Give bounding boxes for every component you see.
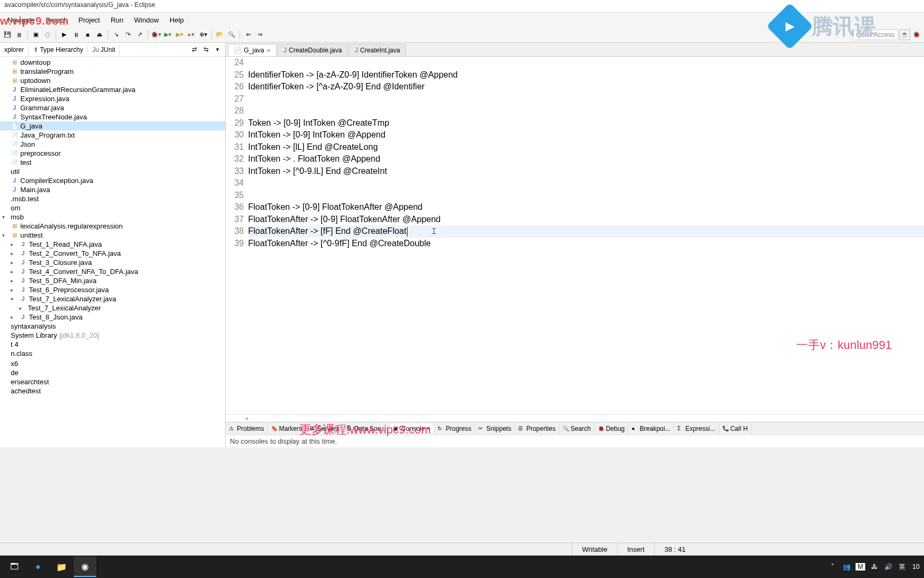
tree-item[interactable]: ▸Test_4_Convert_NFA_To_DFA.java: [0, 267, 225, 276]
view-tab-markers[interactable]: 🔖Markers: [268, 423, 306, 434]
tree-item[interactable]: preprocessor: [0, 149, 225, 158]
view-tab-snippets[interactable]: ✂Snippets: [475, 423, 515, 434]
code-line[interactable]: Token -> [0-9] IntToken @CreateTmp: [248, 117, 924, 130]
tree-item[interactable]: syntaxanalysis: [0, 322, 225, 331]
run-last-icon[interactable]: ▶▾: [174, 29, 185, 40]
taskbar-eclipse[interactable]: ◉: [74, 557, 96, 577]
close-icon[interactable]: ✕: [426, 426, 430, 431]
code-line[interactable]: IntToken -> . FloatToken @Append: [248, 153, 924, 165]
tray-network-icon[interactable]: 🖧: [869, 563, 879, 571]
perspective-debug-icon[interactable]: 🐞: [911, 29, 922, 40]
tray-ime[interactable]: 英: [897, 562, 907, 572]
code-line[interactable]: FloatTokenAfter -> [^0-9fF] End @CreateD…: [248, 238, 924, 250]
view-tab-data-sou-[interactable]: 🗄Data Sou...: [343, 423, 390, 434]
view-tab-debug[interactable]: 🐞Debug: [595, 423, 628, 434]
perspective-java-icon[interactable]: ☕: [899, 29, 910, 40]
code-area[interactable]: IdentifierToken -> [a-zA-Z0-9] Identifie…: [247, 57, 924, 414]
tree-item[interactable]: downtoup: [0, 58, 225, 67]
horizontal-scroll-indicator[interactable]: ◂: [226, 414, 924, 422]
tree-item[interactable]: test: [0, 158, 225, 167]
tree-item[interactable]: util: [0, 167, 225, 176]
tree-item[interactable]: lexicalAnalysis.regularexpression: [0, 222, 225, 231]
tree-item[interactable]: G_java: [0, 121, 225, 131]
view-tab-expressi-[interactable]: ΣExpressi...: [674, 423, 719, 434]
tree-item[interactable]: Main.java: [0, 185, 225, 194]
code-line[interactable]: [248, 177, 924, 189]
view-tab-call-h[interactable]: 📞Call H: [719, 423, 752, 434]
tree-item[interactable]: CompilerException.java: [0, 176, 225, 185]
tree-item[interactable]: translateProgram: [0, 67, 225, 76]
code-line[interactable]: FloatTokenAfter -> [0-9] FloatTokenAfter…: [248, 214, 924, 226]
code-line[interactable]: IntToken -> [lL] End @CreateLong: [248, 141, 924, 154]
code-line[interactable]: [248, 105, 924, 117]
code-line[interactable]: IntToken -> [0-9] IntToken @Append: [248, 129, 924, 141]
tree-item[interactable]: ersearchtest: [0, 377, 225, 386]
tree-item[interactable]: EliminateLeftRecursionGrammar.java: [0, 85, 225, 94]
tray-volume-icon[interactable]: 🔊: [883, 563, 893, 571]
taskbar-app-2[interactable]: ●: [27, 557, 49, 577]
tree-item[interactable]: achedtest: [0, 386, 225, 396]
run-dropdown-icon[interactable]: ▶▾: [163, 29, 173, 40]
view-menu-icon[interactable]: ▾: [212, 44, 223, 55]
editor-body[interactable]: 24252627282930313233343536373839 Identif…: [226, 57, 924, 414]
save-icon[interactable]: 💾: [2, 29, 13, 40]
close-icon[interactable]: ✕: [266, 48, 271, 54]
disconnect-icon[interactable]: ⏏: [94, 29, 105, 40]
view-tab-progress[interactable]: ↻Progress: [434, 423, 475, 434]
taskbar-app-1[interactable]: 🗔: [3, 557, 26, 577]
code-line[interactable]: IdentifierToken -> [^a-zA-Z0-9] End @Ide…: [248, 81, 924, 93]
tree-item[interactable]: de: [0, 368, 225, 377]
menu-navigate[interactable]: Navigate: [2, 14, 40, 26]
taskbar-file-explorer[interactable]: 📁: [50, 557, 73, 577]
menu-search[interactable]: Search: [40, 14, 73, 26]
tree-item[interactable]: ▸Test_8_Json.java: [0, 313, 225, 322]
tree-item[interactable]: System Library [jdk1.8.0_20]: [0, 331, 225, 340]
menu-project[interactable]: Project: [73, 14, 105, 26]
code-line[interactable]: FloatTokenAfter -> [fF] End @CreateFloat…: [248, 225, 924, 238]
tree-item[interactable]: .msb.test: [0, 194, 225, 203]
tree-item[interactable]: Java_Program.txt: [0, 131, 225, 140]
tree-item[interactable]: Grammar.java: [0, 103, 225, 112]
new-dropdown-icon[interactable]: ⊕▾: [198, 29, 209, 40]
menu-run[interactable]: Run: [105, 14, 129, 26]
collapse-all-icon[interactable]: ⇄: [189, 44, 199, 55]
tray-people-icon[interactable]: 👥: [842, 563, 851, 571]
open-type-icon[interactable]: 📂: [214, 29, 225, 40]
toggle-breakpoint-icon[interactable]: ▣: [30, 29, 41, 40]
suspend-icon[interactable]: ⏸: [71, 29, 81, 40]
tree-item[interactable]: t 4: [0, 340, 225, 349]
view-tab-servers[interactable]: 🖥Servers: [306, 423, 343, 434]
tree-item[interactable]: n.class: [0, 349, 225, 358]
tree-item[interactable]: ▸Test_2_Convert_To_NFA.java: [0, 249, 225, 258]
skip-breakpoints-icon[interactable]: ◌: [42, 29, 53, 40]
editor-tab-createdouble[interactable]: J CreateDouble.java: [278, 44, 348, 56]
tree-item[interactable]: ▸Test_7_LexicalAnalyzer: [0, 303, 225, 313]
code-line[interactable]: IntToken -> [^0-9.lL] End @CreateInt: [248, 165, 924, 178]
menu-window[interactable]: Window: [129, 14, 164, 26]
code-line[interactable]: [248, 93, 924, 105]
view-tab-problems[interactable]: ⚠Problems: [226, 423, 268, 434]
tree-item[interactable]: Expression.java: [0, 94, 225, 103]
debug-dropdown-icon[interactable]: 🐞▾: [151, 29, 161, 40]
tree-item[interactable]: ▾msb: [0, 212, 225, 222]
tree-item[interactable]: om: [0, 203, 225, 212]
link-editor-icon[interactable]: ⇆: [201, 44, 211, 55]
save-all-icon[interactable]: 🗎: [14, 29, 25, 40]
tray-m-badge[interactable]: M: [856, 563, 865, 571]
back-icon[interactable]: ⇐: [243, 29, 253, 40]
external-tools-icon[interactable]: ▸▾: [186, 29, 197, 40]
resume-icon[interactable]: ▶: [59, 29, 70, 40]
tree-item[interactable]: ▸Test_5_DFA_Min.java: [0, 276, 225, 285]
terminate-icon[interactable]: ■: [82, 29, 93, 40]
quick-access-input[interactable]: Quick Access: [852, 29, 898, 40]
tray-up-icon[interactable]: ˄: [828, 563, 837, 571]
tree-item[interactable]: ▸Test_1_Read_NFA.java: [0, 240, 225, 249]
tree-item[interactable]: uptodown: [0, 76, 225, 85]
forward-icon[interactable]: ⇒: [255, 29, 265, 40]
search-icon[interactable]: 🔍: [226, 29, 237, 40]
tab-explorer[interactable]: xplorer: [0, 44, 29, 55]
tree-item[interactable]: x6: [0, 359, 225, 368]
tree-item[interactable]: ▾unittest: [0, 231, 225, 240]
tree-item[interactable]: SyntaxTreeNode.java: [0, 112, 225, 121]
view-tab-console[interactable]: ▣Console ✕: [390, 423, 434, 434]
